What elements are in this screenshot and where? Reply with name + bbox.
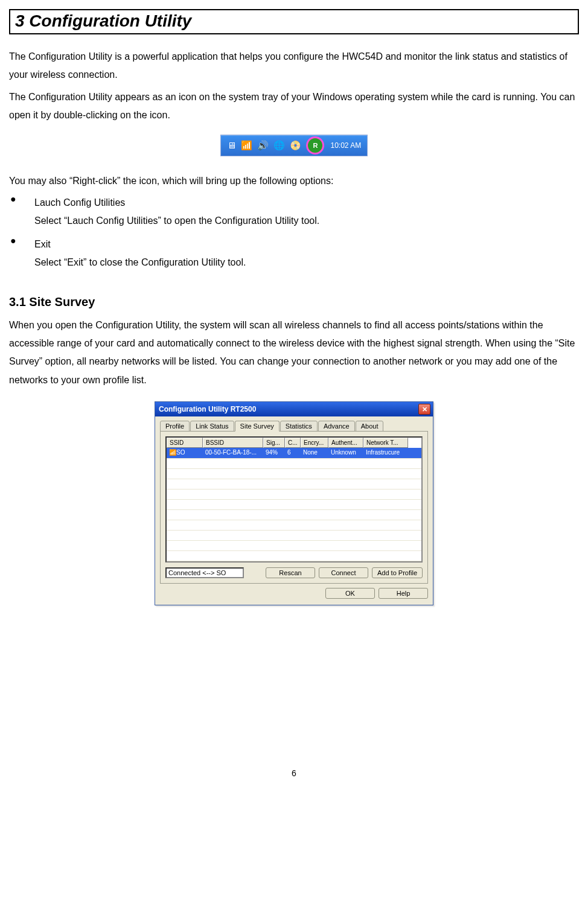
- tray-icon-label: R: [313, 142, 318, 149]
- help-button[interactable]: Help: [379, 588, 428, 599]
- ssid-value: SO: [176, 449, 185, 456]
- dialog-title: Configuration Utility RT2500: [159, 405, 256, 413]
- cell-channel: 6: [285, 448, 301, 458]
- intro-paragraph-2: The Configuration Utility appears as an …: [9, 88, 579, 125]
- chapter-title-box: 3 Configuration Utility: [9, 9, 579, 34]
- cell-auth: Unknown: [328, 448, 363, 458]
- close-icon: ✕: [422, 406, 427, 413]
- table-row: [167, 520, 421, 531]
- add-to-profile-button[interactable]: Add to Profile: [372, 567, 423, 578]
- col-network-type[interactable]: Network T...: [363, 438, 408, 448]
- tab-site-survey[interactable]: Site Survey: [235, 421, 280, 432]
- table-row: [167, 541, 421, 551]
- dialog-figure: Configuration Utility RT2500 ✕ Profile L…: [9, 401, 579, 605]
- col-signal[interactable]: Sig...: [263, 438, 285, 448]
- close-button[interactable]: ✕: [418, 404, 430, 415]
- table-row: [167, 469, 421, 479]
- tray-clock: 10:02 AM: [330, 141, 361, 150]
- bullet-title: Exit: [34, 235, 579, 254]
- networks-table: SSID BSSID Sig... C... Encry... Authent.…: [165, 436, 423, 563]
- table-row: [167, 500, 421, 510]
- system-tray: 🖥 📶 🔊 🌐 📀 R 10:02 AM: [220, 135, 368, 156]
- table-row: [167, 459, 421, 469]
- col-ssid[interactable]: SSID: [167, 438, 203, 448]
- cell-encryption: None: [301, 448, 328, 458]
- config-utility-tray-icon[interactable]: R: [306, 136, 324, 155]
- col-encryption[interactable]: Encry...: [301, 438, 328, 448]
- cell-ssid: 📶SO: [167, 448, 203, 458]
- network-row-selected[interactable]: 📶SO 00-50-FC-BA-18-... 94% 6 None Unknow…: [167, 448, 421, 459]
- table-row: [167, 510, 421, 520]
- col-bssid[interactable]: BSSID: [203, 438, 263, 448]
- tab-link-status[interactable]: Link Status: [190, 421, 234, 432]
- section-paragraph: When you open the Configuration Utility,…: [9, 316, 579, 390]
- bullet-dot-icon: ●: [9, 194, 34, 231]
- dialog-footer: OK Help: [155, 584, 433, 605]
- table-header-row: SSID BSSID Sig... C... Encry... Authent.…: [167, 438, 421, 448]
- bullet-title: Lauch Config Utilities: [34, 194, 579, 212]
- col-authentication[interactable]: Authent...: [328, 438, 363, 448]
- network-icon: 📶: [169, 449, 176, 456]
- dialog-titlebar: Configuration Utility RT2500 ✕: [155, 402, 433, 416]
- connect-button[interactable]: Connect: [319, 567, 368, 578]
- chapter-title: 3 Configuration Utility: [15, 11, 573, 31]
- tab-advance[interactable]: Advance: [318, 421, 355, 432]
- right-click-intro: You may also “Right-click” the icon, whi…: [9, 172, 579, 190]
- tabstrip: Profile Link Status Site Survey Statisti…: [155, 417, 433, 432]
- tray-other-icons: 🖥 📶 🔊 🌐 📀: [227, 140, 303, 151]
- page-number: 6: [9, 768, 579, 778]
- bullet-item-2: ● Exit Select “Exit” to close the Config…: [9, 235, 579, 272]
- cell-bssid: 00-50-FC-BA-18-...: [203, 448, 263, 458]
- tab-body: SSID BSSID Sig... C... Encry... Authent.…: [160, 431, 428, 584]
- table-row: [167, 551, 421, 561]
- cell-signal: 94%: [263, 448, 285, 458]
- bullet-item-1: ● Lauch Config Utilities Select “Lauch C…: [9, 194, 579, 231]
- section-heading: 3.1 Site Survey: [9, 295, 579, 309]
- rescan-button[interactable]: Rescan: [266, 567, 315, 578]
- site-survey-button-row: Rescan Connect Add to Profile: [165, 567, 423, 578]
- systray-figure: 🖥 📶 🔊 🌐 📀 R 10:02 AM: [9, 135, 579, 156]
- cell-ntype: Infrastrucure: [363, 448, 408, 458]
- bullet-dot-icon: ●: [9, 235, 34, 272]
- bullet-desc: Select “Lauch Config Utilities” to open …: [34, 212, 579, 230]
- ok-button[interactable]: OK: [325, 588, 375, 599]
- table-row: [167, 479, 421, 489]
- bullet-desc: Select “Exit” to close the Configuration…: [34, 254, 579, 272]
- intro-paragraph-1: The Configuration Utility is a powerful …: [9, 48, 579, 85]
- tab-about[interactable]: About: [356, 421, 384, 432]
- col-channel[interactable]: C...: [285, 438, 301, 448]
- connection-status-field: [165, 567, 244, 578]
- table-row: [167, 489, 421, 500]
- tab-profile[interactable]: Profile: [160, 421, 190, 432]
- table-row: [167, 531, 421, 541]
- config-dialog: Configuration Utility RT2500 ✕ Profile L…: [155, 401, 433, 605]
- tab-statistics[interactable]: Statistics: [280, 421, 318, 432]
